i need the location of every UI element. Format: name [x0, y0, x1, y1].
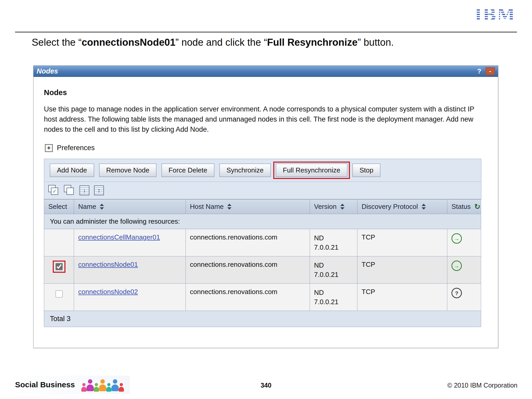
col-label-name: Name — [78, 203, 96, 211]
total-row: Total 3 — [44, 311, 481, 327]
title-text: ” node and click the “ — [175, 37, 267, 48]
remove-node-annotation: Remove Node — [97, 162, 159, 179]
title-bold-button: Full Resynchronize — [267, 37, 357, 48]
preferences-expander[interactable]: + Preferences — [45, 144, 488, 152]
table-row-node01: connectionsNode01 connections.renovation… — [44, 256, 481, 284]
col-header-status: Status ↻ — [447, 200, 481, 214]
add-node-button[interactable]: Add Node — [50, 164, 94, 177]
status-unknown-icon: ? — [451, 288, 462, 298]
synchronize-button[interactable]: Synchronize — [220, 164, 271, 177]
host-text: connections.renovations.com — [190, 288, 277, 296]
node01-checkbox[interactable] — [56, 263, 63, 270]
col-header-select: Select — [44, 200, 74, 214]
name-cell: connectionsNode01 — [74, 256, 186, 284]
full-resynchronize-button[interactable]: Full Resynchronize — [276, 164, 347, 177]
protocol-cell: TCP — [357, 256, 447, 284]
button-row: Add Node Remove Node Force Delete Synchr… — [44, 159, 481, 182]
status-started-icon: → — [451, 233, 462, 244]
protocol-text: TCP — [362, 288, 375, 296]
status-glyph: → — [454, 263, 460, 269]
col-label-select: Select — [48, 203, 67, 211]
table-row-node02: connectionsNode02 connections.renovation… — [44, 284, 481, 311]
sort-name-icon[interactable] — [100, 204, 104, 210]
stop-annotation: Stop — [350, 162, 383, 179]
slide-footer: Social Business 340 © 2010 IBM Corporati… — [0, 376, 532, 394]
protocol-cell: TCP — [357, 229, 447, 256]
node02-checkbox[interactable] — [56, 290, 63, 297]
protocol-text: TCP — [362, 233, 375, 241]
protocol-text: TCP — [362, 261, 375, 268]
help-icon[interactable]: ? — [477, 67, 481, 75]
header-rule — [15, 32, 517, 32]
col-header-version: Version — [310, 200, 357, 214]
version-cell: ND 7.0.0.21 — [310, 284, 357, 311]
col-label-host-name: Host Name — [190, 203, 224, 211]
table-header-row: Select Name Host Name — [44, 200, 481, 214]
deselect-all-blank — [66, 188, 74, 195]
select-cell — [44, 229, 74, 256]
host-cell: connections.renovations.com — [186, 229, 310, 256]
full-resynchronize-annotation: Full Resynchronize — [273, 162, 350, 179]
name-cell: connectionsCellManager01 — [74, 229, 186, 256]
node-link-node01[interactable]: connectionsNode01 — [78, 261, 138, 268]
select-cell — [44, 256, 74, 284]
status-cell: ? — [447, 284, 481, 311]
add-node-annotation: Add Node — [47, 162, 97, 179]
select-cell — [44, 284, 74, 311]
sort-host-name-icon[interactable] — [227, 204, 231, 210]
status-refresh-icon[interactable]: ↻ — [474, 203, 480, 210]
window-title: Nodes — [37, 67, 477, 75]
host-cell: connections.renovations.com — [186, 284, 310, 311]
title-text: Select the “ — [32, 37, 82, 48]
status-started-icon: → — [451, 261, 462, 271]
table-row-cellmanager: connectionsCellManager01 connections.ren… — [44, 229, 481, 256]
status-glyph: ? — [455, 290, 458, 296]
window-titlebar: Nodes ? - — [34, 66, 498, 77]
col-header-host-name: Host Name — [186, 200, 310, 214]
stop-button[interactable]: Stop — [353, 164, 381, 177]
deselect-all-icon[interactable] — [64, 185, 75, 196]
collapse-button[interactable]: - — [486, 67, 495, 75]
nodes-table: Select Name Host Name — [44, 199, 481, 327]
version-line2: 7.0.0.21 — [314, 297, 353, 307]
show-filter-icon[interactable]: ↓ — [79, 185, 89, 195]
select-all-check: ✓ — [51, 188, 58, 195]
col-label-discovery-protocol: Discovery Protocol — [362, 203, 418, 211]
sort-discovery-protocol-icon[interactable] — [422, 204, 426, 210]
title-bold-node: connectionsNode01 — [82, 37, 175, 48]
protocol-cell: TCP — [357, 284, 447, 311]
slide-title: Select the “connectionsNode01” node and … — [32, 37, 394, 48]
status-cell: → — [447, 256, 481, 284]
total-text: Total 3 — [50, 315, 71, 323]
window-body: Nodes Use this page to manage nodes in t… — [34, 77, 498, 337]
sort-version-icon[interactable] — [340, 204, 344, 210]
col-header-discovery-protocol: Discovery Protocol — [357, 200, 447, 214]
status-cell: → — [447, 229, 481, 256]
nodes-window: Nodes ? - Nodes Use this page to manage … — [33, 65, 498, 348]
title-text: ” button. — [357, 37, 394, 48]
admin-note-text: You can administer the following resourc… — [50, 217, 180, 225]
ibm-logo: IBM — [474, 7, 515, 22]
col-header-name: Name — [74, 200, 186, 214]
node-link-node02[interactable]: connectionsNode02 — [78, 288, 138, 296]
remove-node-button[interactable]: Remove Node — [99, 164, 156, 177]
col-label-version: Version — [314, 203, 337, 211]
page-title: Nodes — [44, 88, 488, 97]
table-toolbar: Add Node Remove Node Force Delete Synchr… — [44, 159, 481, 199]
col-label-status: Status — [451, 203, 471, 211]
version-line2: 7.0.0.21 — [314, 270, 353, 279]
expand-plus-icon[interactable]: + — [45, 144, 53, 152]
version-line1: ND — [314, 261, 353, 270]
version-line1: ND — [314, 288, 353, 297]
force-delete-button[interactable]: Force Delete — [162, 164, 214, 177]
hide-filter-icon[interactable]: ↕ — [94, 185, 104, 195]
admin-note-row: You can administer the following resourc… — [44, 214, 481, 229]
node-link-cellmanager[interactable]: connectionsCellManager01 — [78, 233, 160, 241]
host-text: connections.renovations.com — [190, 261, 277, 268]
select-all-icon[interactable]: ✓ — [48, 185, 59, 196]
host-cell: connections.renovations.com — [186, 256, 310, 284]
checkbox-annotation — [53, 261, 65, 273]
copyright: © 2010 IBM Corporation — [447, 382, 517, 389]
status-glyph: → — [454, 236, 460, 241]
checkbox-wrap — [53, 288, 65, 300]
